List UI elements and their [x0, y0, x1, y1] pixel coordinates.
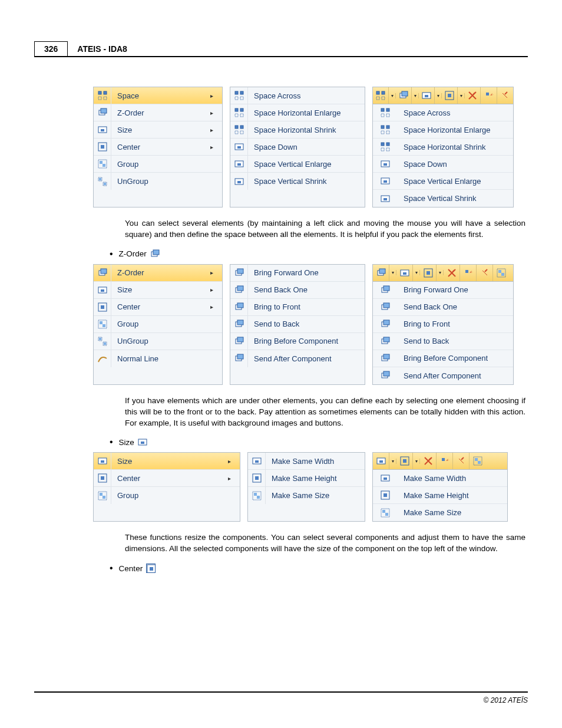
center-icon	[94, 299, 111, 315]
panel-item[interactable]: Space Vertical Enlarge	[373, 173, 513, 190]
toolbar-size-button[interactable]	[373, 453, 389, 469]
panel-item[interactable]: Bring Forward One	[373, 282, 513, 299]
submenu-arrow-icon: ▸	[210, 110, 222, 116]
toolbar-size-button[interactable]	[419, 87, 435, 104]
menu-item[interactable]: Make Same Height	[248, 470, 365, 487]
menu-item[interactable]: Make Same Size	[248, 487, 365, 504]
same-size-icon	[373, 504, 398, 521]
menu-label: Send After Component	[248, 354, 365, 363]
toolbar-center-button[interactable]	[420, 265, 437, 281]
menu-item-group[interactable]: Group	[94, 316, 222, 333]
panel-item[interactable]: Space Horizontal Enlarge	[373, 121, 513, 139]
menu-item[interactable]: Bring Forward One	[230, 265, 365, 282]
menu-item[interactable]: Make Same Width	[248, 453, 365, 470]
toolbar-select-small-button[interactable]	[477, 265, 493, 281]
submenu-space: Space Across Space Horizontal Enlarge Sp…	[230, 87, 365, 207]
space-across-icon	[230, 87, 248, 104]
menu-item-group[interactable]: Group	[94, 156, 222, 173]
panel-item[interactable]: Make Same Width	[373, 470, 507, 487]
panel-item[interactable]: Send Back One	[373, 299, 513, 316]
toolbar-size-button[interactable]	[396, 265, 413, 281]
dropdown-arrow-icon[interactable]: ▾	[389, 93, 396, 98]
menu-item[interactable]: Send to Back	[230, 316, 365, 333]
toolbar-center-button[interactable]	[442, 87, 458, 104]
menu-item-center[interactable]: Center ▸	[94, 139, 222, 156]
menu-item[interactable]: Space Down	[230, 139, 365, 156]
toolbar-select-blue-button[interactable]	[481, 87, 497, 104]
zorder-icon	[94, 104, 111, 121]
group-icon	[94, 156, 111, 172]
menu-item-size[interactable]: Size ▸	[94, 121, 222, 139]
menu-item-ungroup[interactable]: UnGroup	[94, 333, 222, 350]
menu-item-zorder[interactable]: Z-Order▸	[94, 265, 222, 282]
toolbar-select-red-button[interactable]	[420, 453, 437, 469]
toolbar-group-button[interactable]	[493, 265, 510, 281]
center-icon	[94, 470, 111, 486]
menu-label: Space Down	[248, 143, 365, 151]
panel-item[interactable]: Make Same Size	[373, 504, 507, 521]
menu-item[interactable]: Bring Before Component	[230, 333, 365, 350]
panel-item[interactable]: Space Down	[373, 156, 513, 173]
dropdown-arrow-icon[interactable]: ▾	[458, 93, 465, 98]
toolbar-select-small-button[interactable]	[453, 453, 470, 469]
menu-item-size[interactable]: Size▸	[94, 282, 222, 299]
panel-item[interactable]: Space Across	[373, 104, 513, 121]
menu-item[interactable]: Space Vertical Enlarge	[230, 156, 365, 173]
size-icon	[138, 437, 147, 447]
dropdown-arrow-icon[interactable]: ▾	[435, 93, 442, 98]
dropdown-arrow-icon[interactable]: ▾	[437, 270, 444, 275]
menu-item[interactable]: Send After Component	[230, 350, 365, 367]
paragraph-space: You can select several elements (by main…	[125, 218, 525, 241]
menu-item-center[interactable]: Center▸	[94, 299, 222, 316]
group-icon	[94, 487, 111, 504]
toolbar-zorder-button[interactable]	[373, 265, 389, 281]
menu-item-zorder[interactable]: Z-Order ▸	[94, 104, 222, 121]
panel-item[interactable]: Send to Back	[373, 333, 513, 350]
toolbar-select-small-button[interactable]	[497, 87, 513, 104]
dropdown-arrow-icon[interactable]: ▾	[389, 459, 396, 464]
toolbar-space-button[interactable]	[373, 87, 389, 104]
dropdown-arrow-icon[interactable]: ▾	[413, 270, 420, 275]
menu-item-ungroup[interactable]: UnGroup	[94, 173, 222, 190]
toolbar-center-button[interactable]	[396, 453, 413, 469]
context-menu-zorder: Z-Order▸ Size▸ Center▸ Group UnGroup Nor…	[93, 264, 223, 385]
menu-item-space[interactable]: Space ▸	[94, 87, 222, 104]
panel-item[interactable]: Make Same Height	[373, 487, 507, 504]
menu-item[interactable]: Space Across	[230, 87, 365, 104]
submenu-arrow-icon: ▸	[210, 269, 222, 276]
bring-front-icon	[230, 299, 248, 315]
space-h-shrink-icon	[230, 121, 248, 138]
menu-label: Send Back One	[248, 285, 365, 294]
menu-item[interactable]: Bring to Front	[230, 299, 365, 316]
toolbar-select-blue-button[interactable]	[460, 265, 477, 281]
submenu-arrow-icon: ▸	[210, 286, 222, 293]
panel-item[interactable]: Bring to Front	[373, 316, 513, 333]
dropdown-arrow-icon[interactable]: ▾	[389, 270, 396, 275]
dropdown-arrow-icon[interactable]: ▾	[412, 93, 419, 98]
toolbar-zorder-button[interactable]	[396, 87, 412, 104]
dropdown-panel-space: Space Across Space Horizontal Enlarge Sp…	[372, 104, 514, 207]
dropdown-arrow-icon[interactable]: ▾	[413, 459, 420, 464]
menu-item-size[interactable]: Size▸	[94, 453, 240, 470]
menu-item[interactable]: Space Horizontal Shrink	[230, 121, 365, 139]
bullet-size: Size	[110, 437, 528, 447]
menu-item[interactable]: Space Vertical Shrink	[230, 173, 365, 190]
menu-label: UnGroup	[111, 177, 210, 186]
menu-item-group[interactable]: Group	[94, 487, 240, 504]
panel-item[interactable]: Bring Before Component	[373, 350, 513, 367]
menu-item[interactable]: Send Back One	[230, 282, 365, 299]
panel-item[interactable]: Space Horizontal Shrink	[373, 139, 513, 156]
toolbar-select-blue-button[interactable]	[437, 453, 453, 469]
toolbar-group-button[interactable]	[470, 453, 486, 469]
menu-label: Bring Before Component	[248, 337, 365, 345]
menu-item[interactable]: Space Horizontal Enlarge	[230, 104, 365, 121]
menu-label: Space	[111, 91, 210, 100]
panel-item[interactable]: Space Vertical Shrink	[373, 190, 513, 207]
toolbar-select-red-button[interactable]	[465, 87, 481, 104]
menu-item-center[interactable]: Center▸	[94, 470, 240, 487]
menu-item-normal-line[interactable]: Normal Line	[94, 350, 222, 367]
toolbar-select-red-button[interactable]	[444, 265, 460, 281]
menu-label: Z-Order	[111, 268, 210, 277]
ungroup-icon	[94, 333, 111, 350]
panel-item[interactable]: Send After Component	[373, 367, 513, 384]
